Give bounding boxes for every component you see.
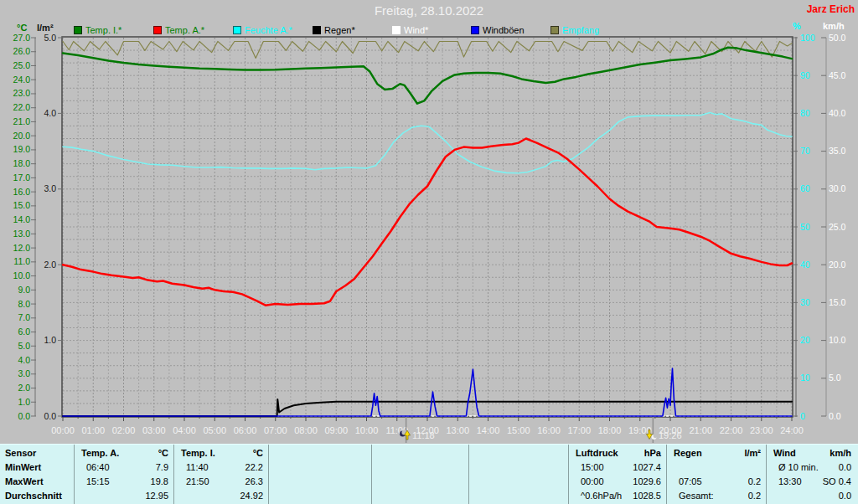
table-column-empty-2 [268, 445, 371, 504]
axis-label-rain_lm2: 5.0 [44, 33, 56, 43]
axis-label-temp_c: 23.0 [13, 88, 31, 98]
axis-label-temp_c: 27.0 [13, 33, 31, 43]
time-axis-label: 10:00 [355, 425, 379, 435]
table-cell-time: 07:05 [679, 476, 702, 486]
table-cell-value: 19.8 [151, 476, 168, 486]
time-axis-label: 16:00 [537, 425, 561, 435]
table-column-regen: Regenl/m²07:050.2Gesamt:0.2 [666, 445, 766, 504]
axis-label-wind_kmh: 0.0 [829, 411, 841, 421]
axis-label-wind_kmh: 35.0 [829, 146, 846, 156]
table-cell-value: 0.0 [839, 491, 851, 501]
table-column-unit: °C [253, 448, 263, 458]
axis-label-temp_c: 8.0 [18, 299, 30, 309]
table-cell-value: 0.2 [748, 491, 761, 501]
table-column-name: Temp. A. [81, 448, 119, 458]
axis-label-rain_lm2: 0.0 [44, 411, 56, 421]
axis-label-humidity_pct: 60 [800, 183, 810, 193]
axis-label-temp_c: 1.0 [18, 397, 30, 407]
time-axis-label: 06:00 [234, 425, 257, 435]
table-cell-value: 0.2 [748, 476, 761, 486]
table-cell-value: 12.95 [145, 491, 168, 501]
axis-label-rain_lm2: 1.0 [44, 335, 56, 345]
axis-label-temp_c: 11.0 [13, 256, 30, 266]
time-axis-label: 22:00 [720, 425, 743, 435]
time-axis-label: 23:00 [750, 425, 773, 435]
table-column-unit: l/m² [744, 448, 761, 458]
table-row-label: Durchschnitt [5, 491, 62, 501]
table-row-label: MinWert [5, 462, 41, 472]
axis-label-humidity_pct: 90 [800, 70, 810, 80]
time-axis-label: 04:00 [173, 425, 196, 435]
statistics-table: SensorMinWertMaxWertDurchschnittTemp. A.… [0, 444, 858, 504]
axis-label-temp_c: 14.0 [13, 214, 31, 224]
axis-label-rain_lm2: 3.0 [44, 183, 56, 193]
axis-label-temp_c: 2.0 [18, 383, 30, 393]
axis-label-wind_kmh: 20.0 [829, 260, 846, 270]
time-axis-label: 21:00 [689, 425, 712, 435]
axis-label-wind_kmh: 45.0 [829, 70, 846, 80]
axis-label-wind_kmh: 10.0 [829, 335, 846, 345]
axis-label-humidity_pct: 80 [800, 108, 810, 118]
table-column-name: Temp. I. [181, 448, 215, 458]
table-column-unit: hPa [644, 448, 661, 458]
table-cell-time: 00:00 [581, 476, 604, 486]
time-axis-label: 13:00 [446, 425, 469, 435]
table-column-wind: Windkm/hØ 10 min.0.013:30SO 0.40.0 [766, 445, 856, 504]
table-cell-value: 1027.4 [633, 462, 661, 472]
axis-label-temp_c: 16.0 [13, 187, 31, 197]
table-cell-time: 06:40 [86, 462, 110, 472]
time-axis-label: 03:00 [142, 425, 166, 435]
moonrise-marker-icon [399, 429, 411, 440]
axis-label-humidity_pct: 30 [800, 297, 810, 307]
moonset-marker-icon [645, 429, 658, 440]
axis-label-wind_kmh: 25.0 [829, 222, 846, 232]
axis-label-temp_c: 9.0 [18, 285, 30, 295]
time-axis-label: 14:00 [477, 425, 500, 435]
table-column-unit: °C [158, 448, 168, 458]
moonrise-time: 11:18 [412, 430, 435, 440]
axis-label-temp_c: 15.0 [13, 200, 31, 210]
table-column-name: Luftdruck [576, 448, 618, 458]
axis-label-temp_c: 5.0 [18, 341, 30, 351]
table-column-name: Regen [674, 448, 702, 458]
time-axis-label: 24:00 [780, 425, 804, 435]
axis-label-temp_c: 24.0 [13, 75, 31, 85]
axis-label-temp_c: 25.0 [13, 60, 31, 70]
table-cell-time: 15:00 [581, 462, 604, 472]
axis-label-temp_c: 17.0 [13, 172, 31, 183]
time-axis-label: 00:00 [51, 425, 75, 435]
table-cell-value: 26.3 [246, 476, 263, 486]
axis-label-temp_c: 22.0 [13, 102, 31, 112]
moonset-marker: 19:26 [645, 429, 682, 440]
table-cell-value: 1029.6 [633, 476, 661, 486]
moonrise-marker: 11:18 [399, 429, 435, 440]
axis-label-wind_kmh: 5.0 [829, 373, 841, 383]
table-cell-time: Gesamt: [679, 491, 714, 501]
table-cell-value: 7.9 [156, 462, 168, 472]
axis-label-temp_c: 7.0 [18, 312, 30, 322]
table-cell-time: 11:40 [186, 462, 209, 472]
table-column-name: Wind [773, 448, 796, 458]
table-column-temp-i: Temp. I.°C11:4022.221:5026.324.92 [173, 445, 268, 504]
axis-label-rain_lm2: 2.0 [44, 260, 56, 270]
axis-label-temp_c: 20.0 [13, 131, 31, 141]
weather-chart-canvas[interactable]: 27.026.025.024.023.022.021.020.019.018.0… [0, 0, 858, 444]
table-cell-value: 0.0 [839, 462, 851, 472]
axis-label-temp_c: 0.0 [18, 411, 30, 421]
table-row-label: Sensor [5, 448, 36, 458]
axis-label-wind_kmh: 50.0 [829, 33, 846, 43]
series-line-windb-en [63, 368, 792, 416]
table-cell-value: 1028.5 [633, 491, 661, 501]
table-column-empty-4 [468, 445, 568, 504]
axis-label-wind_kmh: 30.0 [829, 183, 846, 193]
axis-label-wind_kmh: 15.0 [829, 297, 846, 307]
table-column-luftdruck: LuftdruckhPa15:001027.400:001029.6^0.6hP… [568, 445, 666, 504]
table-cell-value: 24.92 [240, 491, 263, 501]
table-cell-value: 22.2 [246, 462, 263, 472]
axis-label-humidity_pct: 10 [800, 373, 810, 383]
axis-label-wind_kmh: 40.0 [829, 108, 846, 118]
axis-label-humidity_pct: 40 [800, 260, 810, 270]
time-axis-label: 01:00 [81, 425, 105, 435]
table-cell-time: 15:15 [86, 476, 110, 486]
axis-label-humidity_pct: 50 [800, 222, 810, 232]
